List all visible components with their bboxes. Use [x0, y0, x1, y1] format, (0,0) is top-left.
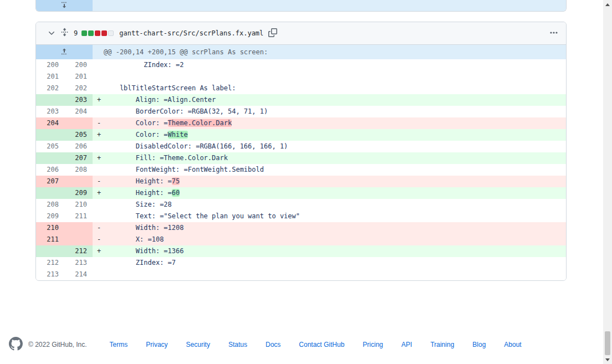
code-text: Width: =1208: [104, 224, 184, 232]
diff-row: 205206 DisabledColor: =RGBA(166, 166, 16…: [36, 141, 566, 152]
new-line-number[interactable]: 209: [64, 187, 93, 199]
old-line-number[interactable]: [36, 187, 64, 199]
code-text: DisabledColor: =RGBA(166, 166, 166, 1): [104, 142, 288, 150]
diff-sign: -: [97, 234, 101, 245]
new-line-number[interactable]: [64, 234, 93, 245]
changed-word-highlight: 75: [172, 177, 180, 185]
new-line-number[interactable]: [64, 117, 93, 129]
old-line-number[interactable]: 208: [36, 199, 64, 211]
footer-link-about[interactable]: About: [504, 341, 521, 348]
expand-up-icon: [60, 47, 69, 58]
diff-line-content: Text: ="Select the plan you want to view…: [93, 211, 566, 222]
diff-sign: -: [97, 176, 101, 187]
old-line-number[interactable]: 209: [36, 211, 64, 222]
footer-link-security[interactable]: Security: [186, 341, 210, 348]
code-text: Height: =: [104, 189, 172, 197]
vertical-scrollbar[interactable]: [603, 0, 612, 364]
changed-word-highlight: 60: [172, 189, 180, 197]
scrollbar-down-arrow[interactable]: [603, 355, 612, 364]
file-drag-handle[interactable]: [61, 28, 68, 39]
old-line-number[interactable]: 200: [36, 59, 64, 71]
old-line-number[interactable]: 201: [36, 71, 64, 83]
new-line-number[interactable]: 206: [64, 141, 93, 152]
old-line-number[interactable]: [36, 94, 64, 106]
expand-down-row: [36, 0, 566, 11]
diff-row: 204- Color: =Theme.Color.Dark: [36, 117, 566, 129]
collapse-file-button[interactable]: [47, 28, 56, 39]
diff-row: 201201: [36, 71, 566, 83]
new-line-number[interactable]: 205: [64, 129, 93, 141]
new-line-number[interactable]: 202: [64, 83, 93, 94]
code-text: X: =108: [104, 235, 164, 243]
old-line-number[interactable]: 202: [36, 83, 64, 94]
footer-links: TermsPrivacySecurityStatusDocsContact Gi…: [110, 341, 522, 348]
old-line-number[interactable]: 210: [36, 222, 64, 234]
new-line-number[interactable]: 200: [64, 59, 93, 71]
diff-row: 208210 Size: =28: [36, 199, 566, 211]
diff-row: 213214: [36, 269, 566, 280]
copy-file-path-button[interactable]: [268, 28, 277, 39]
old-line-number[interactable]: 212: [36, 257, 64, 269]
footer-link-terms[interactable]: Terms: [110, 341, 128, 348]
new-line-number[interactable]: 214: [64, 269, 93, 280]
expand-up-button[interactable]: [36, 45, 93, 59]
new-line-number[interactable]: 208: [64, 164, 93, 176]
footer-link-privacy[interactable]: Privacy: [146, 341, 167, 348]
new-line-number[interactable]: [64, 176, 93, 187]
new-line-number[interactable]: 203: [64, 94, 93, 106]
diff-line-content: ZIndex: =2: [93, 59, 566, 71]
new-line-number[interactable]: 212: [64, 245, 93, 257]
diff-sign: +: [97, 94, 101, 106]
footer-link-api[interactable]: API: [401, 341, 412, 348]
old-line-number[interactable]: 211: [36, 234, 64, 245]
diffstat-block-added: [88, 30, 94, 36]
footer-link-blog[interactable]: Blog: [472, 341, 486, 348]
diff-row: 212213 ZIndex: =7: [36, 257, 566, 269]
new-line-number[interactable]: 211: [64, 211, 93, 222]
previous-file-diff-tail: [35, 0, 567, 12]
old-line-number[interactable]: 203: [36, 106, 64, 117]
footer-link-docs[interactable]: Docs: [266, 341, 280, 348]
move-vertical-icon: [61, 28, 68, 39]
diff-row: 200200 ZIndex: =2: [36, 59, 566, 71]
diff-line-content: lblTitleStartScreen As label:: [93, 83, 566, 94]
new-line-number[interactable]: 213: [64, 257, 93, 269]
old-line-number[interactable]: [36, 245, 64, 257]
code-text: ZIndex: =2: [104, 61, 184, 69]
code-text: Color: =: [104, 131, 168, 139]
diff-line-content: - X: =108: [93, 234, 566, 245]
old-line-number[interactable]: 213: [36, 269, 64, 280]
diff-row: 210- Width: =1208: [36, 222, 566, 234]
new-line-number[interactable]: [64, 222, 93, 234]
footer-link-status[interactable]: Status: [228, 341, 247, 348]
diff-sign: -: [97, 222, 101, 234]
diff-row: 205+ Color: =White: [36, 129, 566, 141]
old-line-number[interactable]: [36, 152, 64, 164]
diffstat-block-deleted: [95, 30, 100, 36]
old-line-number[interactable]: 205: [36, 141, 64, 152]
hunk-header-row: @@ -200,14 +200,15 @@ scrPlans As screen…: [36, 45, 566, 59]
expand-down-button[interactable]: [36, 0, 93, 11]
code-text: lblTitleStartScreen As label:: [104, 84, 236, 92]
scrollbar-thumb[interactable]: [605, 331, 610, 355]
new-line-number[interactable]: 207: [64, 152, 93, 164]
scrollbar-up-arrow[interactable]: [603, 0, 612, 9]
footer-link-pricing[interactable]: Pricing: [363, 341, 383, 348]
file-options-kebab-button[interactable]: [549, 28, 558, 39]
new-line-number[interactable]: 204: [64, 106, 93, 117]
footer-link-training[interactable]: Training: [430, 341, 454, 348]
diff-line-content: BorderColor: =RGBA(32, 54, 71, 1): [93, 106, 566, 117]
old-line-number[interactable]: 206: [36, 164, 64, 176]
old-line-number[interactable]: 204: [36, 117, 64, 129]
changed-word-highlight: White: [168, 131, 188, 139]
file-name-link[interactable]: gantt-chart-src/Src/scrPlans.fx.yaml: [119, 29, 263, 37]
github-logo[interactable]: [9, 337, 23, 352]
new-line-number[interactable]: 210: [64, 199, 93, 211]
footer-link-contact-github[interactable]: Contact GitHub: [299, 341, 344, 348]
code-text: Size: =28: [104, 201, 172, 208]
diff-line-content: - Width: =1208: [93, 222, 566, 234]
new-line-number[interactable]: 201: [64, 71, 93, 83]
changed-lines-count: 9: [74, 29, 78, 37]
old-line-number[interactable]: [36, 129, 64, 141]
old-line-number[interactable]: 207: [36, 176, 64, 187]
